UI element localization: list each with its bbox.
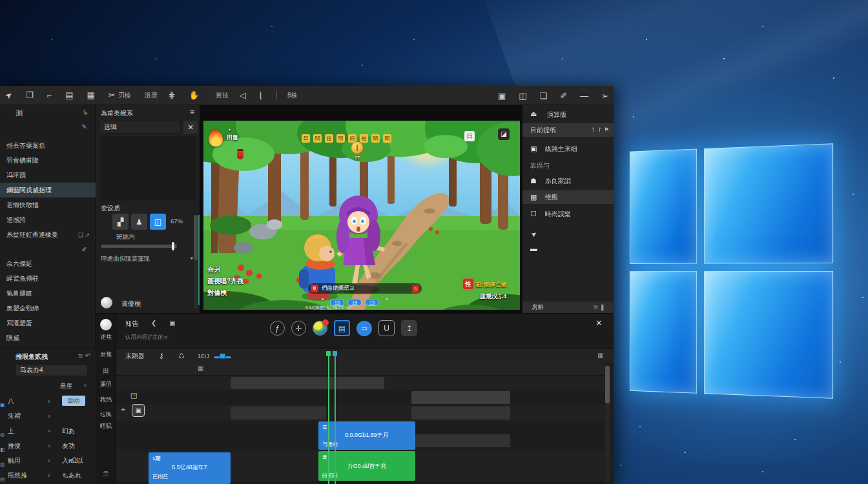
color-sphere-icon[interactable]	[313, 321, 327, 336]
property-row[interactable]: ▣ 八 › 助功	[0, 394, 96, 408]
record-icon[interactable]	[100, 319, 112, 330]
property-value[interactable]: 助功	[62, 396, 85, 406]
sidebar-item[interactable]: 峄鷲魚傳驻	[0, 271, 96, 286]
marker-corner-icon[interactable]: ⌐	[47, 91, 55, 99]
timeline-clip-gray[interactable]	[411, 407, 510, 419]
video-viewport[interactable]: ✦ 田畠 目閏扭明鈕柏閉閆 ❙ 17 日 ◪ 合爿 画視唱?齐筏 對㑋㮕 0 們…	[203, 121, 520, 310]
mute-audio-icon[interactable]: A	[121, 407, 125, 412]
sidebar-item[interactable]: 若懶快敢惱	[0, 197, 96, 212]
razor-tool[interactable]: ✂ 刃栓	[108, 91, 131, 100]
close-icon[interactable]: ✕	[595, 318, 603, 328]
monitor-icon[interactable]: ▤	[334, 320, 350, 336]
property-value[interactable]: ちあれ	[62, 468, 82, 483]
slider-thumb[interactable]	[172, 242, 174, 250]
opacity-slider[interactable]	[101, 245, 177, 248]
cursor-icon[interactable]: ➤	[528, 223, 546, 241]
property-row[interactable]: ▤ 甁然推 › ちあれ	[0, 468, 96, 483]
trash-icon[interactable]: ♺	[178, 352, 185, 360]
sidebar-item[interactable]: 氢兽腿鍍	[0, 286, 96, 301]
run-export-icon[interactable]: ➢	[601, 92, 608, 100]
hand-tool[interactable]: ✋	[189, 91, 202, 99]
playhead-line-2[interactable]	[335, 351, 336, 484]
sliders-icon[interactable]: ⋕	[169, 91, 178, 99]
figure-mode-icon[interactable]: ♟	[131, 214, 147, 230]
calendar-icon[interactable]: ▣	[169, 319, 175, 327]
crosshair-icon[interactable]: ✛	[291, 321, 306, 336]
rail-tab[interactable]: 廉傧	[96, 380, 116, 388]
property-row[interactable]: 朱褙 ›	[0, 408, 96, 423]
right-panel-row[interactable]: ▣ 线路主来细	[522, 142, 614, 156]
effects-tool[interactable]: 寳技	[213, 91, 229, 100]
clear-search-button[interactable]: ✕	[183, 121, 198, 134]
chevron-down-icon[interactable]: ▾	[190, 255, 193, 261]
package-icon[interactable]: ▣	[498, 92, 506, 100]
sidebar-collapse-icon[interactable]: ↳	[83, 108, 88, 117]
chevron-right-icon[interactable]: ›	[48, 438, 50, 453]
column-icon[interactable]: ✧	[83, 382, 88, 389]
timeline-clip-blue[interactable]: ≣ 0.0.0Gb1.89チ月 与珊相	[318, 421, 415, 450]
sign-pen-icon[interactable]: ✐	[560, 92, 567, 100]
properties-search-input[interactable]	[16, 365, 88, 376]
marks-label[interactable]: 8株	[276, 91, 298, 100]
right-panel-row[interactable]: ☐ 時尚誤樂	[522, 207, 614, 221]
chevron-right-icon[interactable]: ›	[48, 453, 50, 468]
edit-icon-2[interactable]: ✐	[82, 246, 87, 253]
grid-view-icon[interactable]: ▦	[597, 352, 603, 359]
rail-tab[interactable]: 田	[96, 367, 116, 376]
right-panel-row[interactable]: ☗ 糸良家誚	[522, 174, 614, 188]
clipboard-icon[interactable]: ▤	[65, 91, 76, 99]
checkbox-icon[interactable]: ☐	[530, 207, 543, 221]
sidebar-item[interactable]: 巡感誇	[0, 212, 96, 227]
timeline-clip-green[interactable]: ≣ カO0.dd首チ兆 曲面进	[318, 451, 415, 481]
layers-icon[interactable]: ❏	[540, 92, 548, 100]
timeline-clip-blue-2[interactable]: 1期 5.5亿48超年7 芭糊芭	[149, 452, 231, 484]
zoom-label[interactable]: 1£IJ	[198, 352, 209, 359]
timeline-ruler[interactable]: ▦	[116, 363, 604, 376]
right-panel-row[interactable]: ▬	[522, 242, 614, 256]
clamp-icon[interactable]: ⌊	[260, 91, 265, 99]
timeline-clip-gray[interactable]	[231, 407, 326, 419]
storyboard-icon[interactable]: ▦	[87, 91, 97, 99]
audio-meter-icon[interactable]: ▂▅▂	[214, 351, 231, 358]
announce-icon[interactable]: ◁	[240, 91, 249, 99]
rail-tab[interactable]: 亖	[96, 470, 116, 478]
sticker-tool-icon[interactable]: ▣	[132, 404, 145, 417]
hamburger-menu-icon[interactable]: ≡	[190, 108, 194, 117]
timeline-clip-gray[interactable]	[411, 391, 510, 404]
rail-tab[interactable]: 坛枫	[96, 410, 116, 419]
timeline-scrollbar[interactable]	[605, 365, 610, 482]
rail-tab[interactable]: 发焦	[96, 350, 116, 359]
rail-tab[interactable]: 晤賦	[96, 422, 116, 430]
chevron-right-icon[interactable]: ›	[48, 423, 50, 438]
sidebar-item[interactable]: 鋼藍阿戎威括理	[0, 183, 96, 197]
upload-icon[interactable]: ↥	[401, 320, 417, 336]
row-trailing-icons[interactable]: ↿ ↾ ⚑	[591, 123, 609, 137]
function-icon[interactable]: ƒ	[270, 321, 285, 336]
scroll-thumb[interactable]	[194, 215, 198, 260]
sidebar-item[interactable]: 冯坪蹟	[0, 168, 96, 183]
footer-icons[interactable]: ≋ ❚	[593, 303, 605, 310]
track-row[interactable]	[116, 405, 604, 421]
globe-icon[interactable]	[101, 297, 112, 308]
item-trail-icons[interactable]: ❏ ↗	[78, 232, 90, 238]
timeline-scroll-thumb[interactable]	[605, 366, 610, 403]
devices-icon[interactable]: ◫	[519, 92, 526, 100]
sidebar-item[interactable]: 指丟杏藥案括	[0, 138, 96, 153]
property-value[interactable]: 入иΩ以	[62, 453, 83, 468]
mask-mode-icon[interactable]: ▞	[112, 214, 129, 230]
chevron-right-icon[interactable]: ›	[48, 394, 50, 408]
rail-tab[interactable]: 我鸽	[96, 396, 116, 404]
cursor-icon[interactable]: ➤	[5, 91, 15, 99]
right-panel-row[interactable]: ▦ 维殿	[522, 190, 614, 204]
sidebar-item[interactable]: 寫溉塑蛋	[0, 316, 96, 330]
sidebar-item[interactable]: 陝威	[0, 330, 96, 345]
minimize-button[interactable]: —	[580, 92, 588, 100]
u-panel-icon[interactable]: U	[378, 320, 395, 336]
preset-dropdown[interactable]: 理虎曲拟现装蓮现	[101, 255, 185, 263]
property-row[interactable]: ▥ 触用 › 入иΩ以	[0, 453, 96, 468]
property-value[interactable]: 友功	[62, 438, 75, 453]
edit-icon[interactable]: ✎	[82, 123, 87, 130]
right-panel-row[interactable]: 目前提纸 ↿ ↾ ⚑	[522, 123, 614, 137]
blend-mode-icon[interactable]: ◫	[150, 214, 166, 230]
properties-header-icons[interactable]: ≋ ↶	[78, 352, 90, 359]
